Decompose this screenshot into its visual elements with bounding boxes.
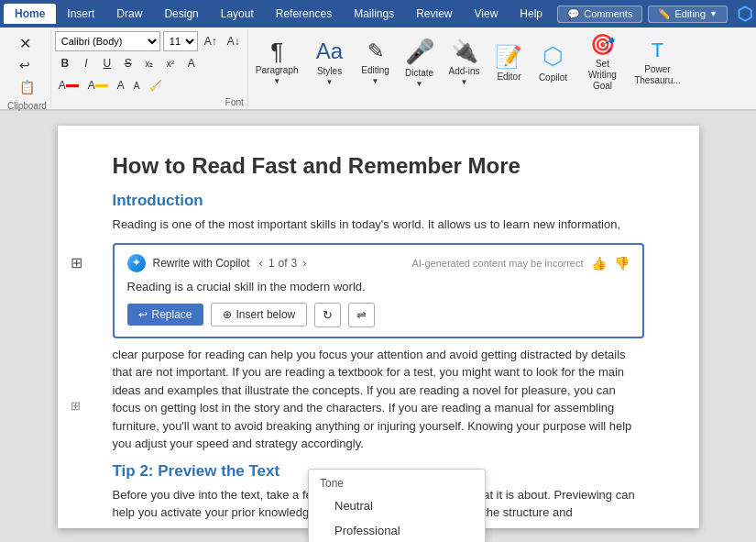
editing-ribbon-button[interactable]: ✎ Editing ▼ — [354, 29, 398, 95]
tab-view[interactable]: View — [464, 4, 509, 24]
tab-draw[interactable]: Draw — [105, 4, 153, 24]
ribbon-group-undo: ✕ ↩ 📋 Clipboard — [4, 29, 51, 107]
intro-text[interactable]: Reading is one of the most important ski… — [113, 216, 644, 234]
font-color-button[interactable]: A — [55, 75, 82, 95]
insert-below-button[interactable]: ⊕ Insert below — [211, 303, 308, 326]
decrease-font-button[interactable]: A↓ — [224, 31, 244, 51]
document-area: ⊞ How to Read Fast and Remember More Int… — [0, 111, 756, 542]
underline-button[interactable]: U — [97, 53, 117, 73]
styles-icon: Aa — [316, 39, 343, 64]
menu-bar: Home Insert Draw Design Layout Reference… — [0, 0, 756, 28]
highlight-color-button[interactable]: A — [84, 75, 112, 95]
text-effects-button[interactable]: A — [181, 53, 202, 73]
next-suggestion-button[interactable]: › — [301, 256, 308, 270]
increase-font-button[interactable]: A↑ — [201, 31, 221, 51]
ai-disclaimer: AI-generated content may be incorrect — [411, 258, 583, 269]
add-ins-icon: 🔌 — [451, 39, 478, 64]
paragraph-chevron: ▼ — [273, 77, 280, 85]
subscript-button[interactable]: x₂ — [139, 53, 159, 73]
editing-button[interactable]: ✏️ Editing ▼ — [648, 6, 728, 23]
settings-button[interactable]: ⇌ — [348, 303, 375, 327]
strikethrough-button[interactable]: S — [118, 53, 138, 73]
paragraph-icon: ¶ — [270, 39, 283, 63]
tab-home[interactable]: Home — [4, 4, 56, 24]
font-size-b-button[interactable]: A — [130, 75, 144, 95]
tab-mailings[interactable]: Mailings — [343, 4, 405, 24]
dictate-chevron: ▼ — [416, 80, 423, 88]
copilot-label: Copilot — [539, 72, 567, 83]
font-size-a-button[interactable]: A — [114, 75, 128, 95]
thumbs-down-button[interactable]: 👎 — [614, 256, 630, 271]
font-label: Font — [55, 95, 244, 107]
add-ins-chevron: ▼ — [461, 78, 468, 86]
dictate-button[interactable]: 🎤 Dictate ▼ — [398, 29, 442, 95]
body-text[interactable]: clear purpose for reading can help you f… — [113, 346, 644, 453]
tab-insert[interactable]: Insert — [56, 4, 105, 24]
editing-ribbon-icon: ✎ — [367, 39, 384, 63]
nav-of: of — [279, 257, 288, 270]
rewrite-text[interactable]: Reading is a crucial skill in the modern… — [127, 280, 630, 293]
tone-neutral[interactable]: Neutral — [309, 493, 485, 518]
superscript-button[interactable]: x² — [160, 53, 181, 73]
styles-button[interactable]: Aa Styles ▼ — [306, 29, 354, 95]
power-thesaurus-icon: T — [652, 39, 663, 62]
clear-format-button[interactable]: 🧹 — [146, 75, 166, 95]
dictate-icon: 🎤 — [405, 38, 434, 66]
font-name-select[interactable]: Calibri (Body) — [55, 31, 160, 51]
copilot-icon-header: ⬡ — [737, 3, 752, 25]
nav-total: 3 — [291, 257, 298, 270]
add-ins-button[interactable]: 🔌 Add-ins ▼ — [442, 29, 488, 95]
refresh-icon: ↻ — [323, 308, 333, 322]
paragraph-button[interactable]: ¶ Paragraph ▼ — [248, 29, 306, 95]
set-writing-goal-label: Set Writing Goal — [582, 59, 622, 92]
tab-references[interactable]: References — [265, 4, 343, 24]
editor-icon: 📝 — [495, 44, 522, 70]
styles-label: Styles — [317, 66, 342, 76]
rewrite-label: Rewrite with Copilot — [153, 257, 250, 270]
refresh-button[interactable]: ↻ — [314, 303, 341, 327]
power-thesaurus-button[interactable]: T Power Thesauru... — [630, 29, 685, 95]
power-thesaurus-label: Power Thesauru... — [634, 64, 681, 86]
dictate-label: Dictate — [405, 68, 433, 78]
italic-button[interactable]: I — [76, 53, 96, 73]
tab-design[interactable]: Design — [153, 4, 209, 24]
edit-icon: ✏️ — [658, 8, 671, 20]
paragraph-label: Paragraph — [256, 65, 299, 75]
undo-arrow-button[interactable]: ↩ — [16, 55, 34, 75]
writing-goal-icon: 🎯 — [590, 33, 615, 57]
comment-icon: 💬 — [567, 8, 580, 20]
editing-ribbon-chevron: ▼ — [372, 77, 379, 85]
thumbs-up-button[interactable]: 👍 — [591, 256, 607, 271]
tone-dropdown: Tone Neutral Professional Casual Imagina… — [308, 469, 486, 542]
tone-header: Tone — [309, 470, 485, 493]
copilot-button[interactable]: ⬡ Copilot — [531, 29, 575, 95]
tab-review[interactable]: Review — [405, 4, 463, 24]
replace-button[interactable]: ↩ Replace — [127, 304, 203, 326]
font-size-select[interactable]: 11 — [163, 31, 198, 51]
tone-professional[interactable]: Professional — [309, 518, 485, 542]
set-writing-goal-button[interactable]: 🎯 Set Writing Goal — [575, 29, 630, 95]
ribbon: ✕ ↩ 📋 Clipboard Calibri (Body) 11 A↑ A↓ — [0, 28, 756, 111]
copilot-rewrite-box: ✦ Rewrite with Copilot ‹ 1 of 3 › AI-gen… — [113, 243, 644, 338]
ribbon-group-font: Calibri (Body) 11 A↑ A↓ B I U S x₂ x² A — [51, 29, 248, 107]
editor-label: Editor — [497, 72, 520, 82]
styles-chevron: ▼ — [326, 78, 334, 86]
editing-ribbon-label: Editing — [361, 65, 389, 75]
prev-suggestion-button[interactable]: ‹ — [257, 256, 265, 270]
editor-button[interactable]: 📝 Editor — [487, 29, 531, 95]
tab-layout[interactable]: Layout — [210, 4, 265, 24]
para-layout-icon: ⊞ — [71, 399, 81, 413]
document-title: How to Read Fast and Remember More — [113, 153, 644, 179]
add-ins-label: Add-ins — [449, 66, 480, 76]
tab-help[interactable]: Help — [509, 4, 553, 24]
comments-button[interactable]: 💬 Comments — [557, 6, 642, 23]
clipboard-button[interactable]: 📋 — [16, 77, 38, 97]
introduction-heading: Introduction — [113, 192, 644, 210]
nav-current: 1 — [268, 257, 275, 270]
replace-icon: ↩ — [138, 308, 148, 321]
layout-icon: ⊞ — [71, 254, 82, 271]
insert-below-icon: ⊕ — [223, 308, 232, 321]
undo-button[interactable]: ✕ — [16, 33, 35, 53]
bold-button[interactable]: B — [55, 53, 75, 73]
clipboard-label: Clipboard — [7, 99, 47, 111]
